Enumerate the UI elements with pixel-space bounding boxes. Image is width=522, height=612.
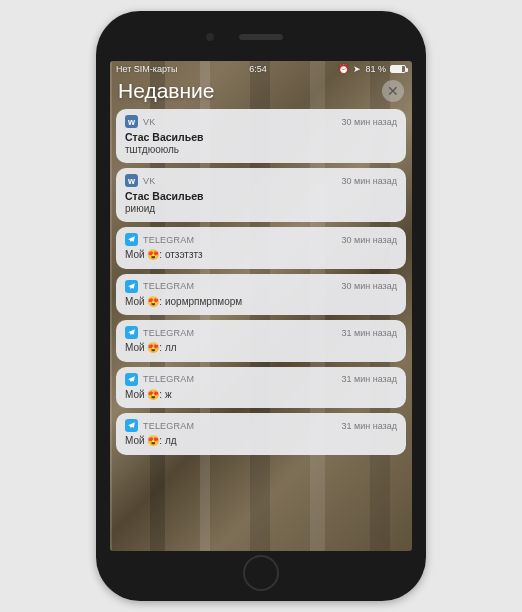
notification-head: TELEGRAM 30 мин назад <box>125 233 397 246</box>
notification-body: Мой 😍: ж <box>125 389 397 402</box>
notification-time: 30 мин назад <box>342 117 397 127</box>
notification-time: 31 мин назад <box>342 328 397 338</box>
notification-card[interactable]: TELEGRAM 30 мин назад Мой 😍: отзэтзтз <box>116 227 406 269</box>
close-button[interactable]: ✕ <box>382 80 404 102</box>
notification-list[interactable]: VK 30 мин назад Стас Васильев тштдюоюль … <box>110 109 412 455</box>
notification-body: Мой 😍: иормрпмрпморм <box>125 296 397 309</box>
app-name: TELEGRAM <box>143 374 194 384</box>
clock: 6:54 <box>249 64 267 74</box>
notification-header: Недавние ✕ <box>110 77 412 109</box>
notification-title: Стас Васильев <box>125 190 397 203</box>
phone-frame: Нет SIM-карты 6:54 ⏰ ➤ 81 % Недавние ✕ V… <box>96 11 426 601</box>
notification-body: Мой 😍: отзэтзтз <box>125 249 397 262</box>
notification-head: VK 30 мин назад <box>125 115 397 128</box>
app-icon <box>125 280 138 293</box>
close-icon: ✕ <box>387 83 399 99</box>
notification-card[interactable]: VK 30 мин назад Стас Васильев риюид <box>116 168 406 222</box>
phone-camera <box>206 33 214 41</box>
app-icon <box>125 419 138 432</box>
notification-body: тштдюоюль <box>125 144 397 157</box>
alarm-icon: ⏰ <box>338 64 349 74</box>
app-icon <box>125 373 138 386</box>
notification-head: TELEGRAM 31 мин назад <box>125 373 397 386</box>
phone-speaker <box>239 34 283 40</box>
notification-time: 31 мин назад <box>342 421 397 431</box>
app-name: VK <box>143 117 155 127</box>
notification-body: риюид <box>125 203 397 216</box>
notification-body: Мой 😍: лл <box>125 342 397 355</box>
carrier-label: Нет SIM-карты <box>116 64 177 74</box>
notification-time: 30 мин назад <box>342 235 397 245</box>
app-name: TELEGRAM <box>143 328 194 338</box>
app-icon <box>125 233 138 246</box>
screen: Нет SIM-карты 6:54 ⏰ ➤ 81 % Недавние ✕ V… <box>110 61 412 551</box>
status-right: ⏰ ➤ 81 % <box>338 64 406 74</box>
notification-head: TELEGRAM 31 мин назад <box>125 326 397 339</box>
notification-time: 31 мин назад <box>342 374 397 384</box>
app-icon <box>125 174 138 187</box>
app-name: VK <box>143 176 155 186</box>
notification-head: TELEGRAM 31 мин назад <box>125 419 397 432</box>
page-title: Недавние <box>118 79 214 103</box>
battery-icon <box>390 65 406 73</box>
notification-time: 30 мин назад <box>342 281 397 291</box>
notification-title: Стас Васильев <box>125 131 397 144</box>
app-name: TELEGRAM <box>143 281 194 291</box>
notification-card[interactable]: TELEGRAM 30 мин назад Мой 😍: иормрпмрпмо… <box>116 274 406 316</box>
location-icon: ➤ <box>353 64 361 74</box>
battery-pct: 81 % <box>365 64 386 74</box>
notification-time: 30 мин назад <box>342 176 397 186</box>
status-bar: Нет SIM-карты 6:54 ⏰ ➤ 81 % <box>110 61 412 77</box>
app-name: TELEGRAM <box>143 421 194 431</box>
app-icon <box>125 115 138 128</box>
home-button[interactable] <box>243 555 279 591</box>
app-icon <box>125 326 138 339</box>
notification-head: TELEGRAM 30 мин назад <box>125 280 397 293</box>
notification-card[interactable]: TELEGRAM 31 мин назад Мой 😍: лд <box>116 413 406 455</box>
notification-card[interactable]: TELEGRAM 31 мин назад Мой 😍: ж <box>116 367 406 409</box>
notification-card[interactable]: VK 30 мин назад Стас Васильев тштдюоюль <box>116 109 406 163</box>
app-name: TELEGRAM <box>143 235 194 245</box>
notification-body: Мой 😍: лд <box>125 435 397 448</box>
notification-card[interactable]: TELEGRAM 31 мин назад Мой 😍: лл <box>116 320 406 362</box>
notification-head: VK 30 мин назад <box>125 174 397 187</box>
